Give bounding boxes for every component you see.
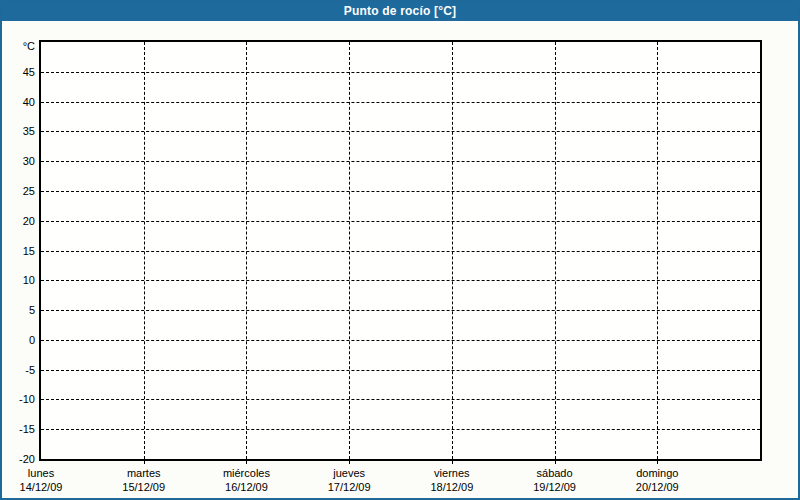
chart-window: Punto de rocío [°C] °C454035302520151050…	[0, 0, 800, 500]
h-gridline	[41, 429, 760, 430]
h-gridline	[41, 399, 760, 400]
v-gridline	[555, 42, 556, 459]
v-gridline	[657, 42, 658, 459]
v-gridline	[246, 42, 247, 459]
y-tick-label: 0	[29, 334, 35, 346]
y-tick-label: 35	[23, 125, 35, 137]
x-axis-tick	[144, 461, 145, 464]
v-gridline	[349, 42, 350, 459]
x-day-label: domingo20/12/09	[636, 463, 679, 494]
h-gridline	[41, 310, 760, 311]
y-axis-unit-label: °C	[23, 40, 35, 52]
day-date: 14/12/09	[20, 481, 63, 494]
y-tick-label: 45	[23, 66, 35, 78]
x-day-label: miércoles16/12/09	[223, 463, 270, 494]
x-day-label: sábado19/12/09	[533, 463, 576, 494]
day-name: sábado	[533, 467, 576, 480]
h-gridline	[41, 251, 760, 252]
y-tick-label: 25	[23, 185, 35, 197]
y-tick-label: 20	[23, 215, 35, 227]
h-gridline	[41, 131, 760, 132]
x-day-label: jueves17/12/09	[328, 463, 371, 494]
x-axis-tick	[349, 461, 350, 464]
x-day-label: lunes14/12/09	[20, 463, 63, 494]
x-axis-tick	[452, 461, 453, 464]
day-name: martes	[122, 467, 165, 480]
day-date: 17/12/09	[328, 481, 371, 494]
y-axis-labels: °C454035302520151050-5-10-15-20	[2, 40, 37, 461]
day-date: 15/12/09	[122, 481, 165, 494]
v-gridline	[144, 42, 145, 459]
x-day-label: martes15/12/09	[122, 463, 165, 494]
h-gridline	[41, 221, 760, 222]
day-name: domingo	[636, 467, 679, 480]
h-gridline	[41, 161, 760, 162]
y-tick-label: -10	[19, 393, 35, 405]
x-axis-tick	[246, 461, 247, 464]
day-name: lunes	[20, 467, 63, 480]
x-axis-tick	[657, 461, 658, 464]
y-tick-label: 30	[23, 155, 35, 167]
x-axis-labels: lunes14/12/09martes15/12/09miércoles16/1…	[39, 463, 762, 497]
y-tick-label: -15	[19, 423, 35, 435]
y-tick-label: 5	[29, 304, 35, 316]
plot-area	[39, 40, 762, 461]
day-date: 20/12/09	[636, 481, 679, 494]
day-date: 16/12/09	[223, 481, 270, 494]
h-gridline	[41, 191, 760, 192]
day-name: viernes	[430, 467, 473, 480]
day-date: 19/12/09	[533, 481, 576, 494]
x-axis-tick	[555, 461, 556, 464]
y-tick-label: -5	[25, 364, 35, 376]
h-gridline	[41, 102, 760, 103]
day-date: 18/12/09	[430, 481, 473, 494]
v-gridline	[452, 42, 453, 459]
h-gridline	[41, 280, 760, 281]
y-tick-label: 15	[23, 245, 35, 257]
h-gridline	[41, 72, 760, 73]
x-day-label: viernes18/12/09	[430, 463, 473, 494]
y-tick-label: 10	[23, 274, 35, 286]
h-gridline	[41, 340, 760, 341]
day-name: jueves	[328, 467, 371, 480]
y-tick-label: 40	[23, 96, 35, 108]
h-gridline	[41, 370, 760, 371]
day-name: miércoles	[223, 467, 270, 480]
chart-title: Punto de rocío [°C]	[2, 2, 798, 21]
